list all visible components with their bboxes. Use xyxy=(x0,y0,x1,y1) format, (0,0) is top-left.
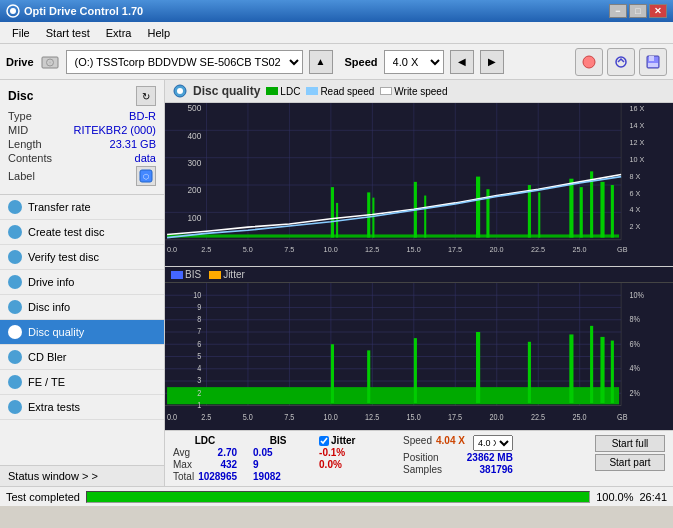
nav-fe-te[interactable]: FE / TE xyxy=(0,370,164,395)
svg-rect-9 xyxy=(648,63,658,67)
svg-point-4 xyxy=(49,61,51,63)
svg-text:8: 8 xyxy=(197,315,202,325)
drive-select[interactable]: (O:) TSSTcorp BDDVDW SE-506CB TS02 xyxy=(66,50,303,74)
app-icon xyxy=(6,4,20,18)
drive-eject-button[interactable]: ▲ xyxy=(309,50,333,74)
status-window-button[interactable]: Status window > > xyxy=(0,465,164,486)
svg-rect-99 xyxy=(528,342,531,403)
svg-text:0.0: 0.0 xyxy=(167,413,178,423)
svg-text:8 X: 8 X xyxy=(629,172,640,181)
svg-rect-32 xyxy=(331,187,334,237)
svg-text:12.5: 12.5 xyxy=(365,245,379,254)
svg-text:12 X: 12 X xyxy=(629,138,644,147)
nav-cd-bler[interactable]: CD Bler xyxy=(0,345,164,370)
samples-label: Samples xyxy=(403,464,442,475)
svg-rect-45 xyxy=(600,182,604,238)
bis-total: 19082 xyxy=(253,471,281,482)
nav-label-cd-bler: CD Bler xyxy=(28,351,67,363)
speed-up-button[interactable]: ▶ xyxy=(480,50,504,74)
speed-select[interactable]: 4.0 X xyxy=(384,50,444,74)
svg-text:100: 100 xyxy=(187,213,201,223)
svg-rect-102 xyxy=(600,337,604,403)
svg-text:10%: 10% xyxy=(629,290,644,300)
favorites-button[interactable] xyxy=(575,48,603,76)
start-part-button[interactable]: Start part xyxy=(595,454,665,471)
maximize-button[interactable]: □ xyxy=(629,4,647,18)
title-bar: Opti Drive Control 1.70 − □ ✕ xyxy=(0,0,673,22)
nav-extra-tests[interactable]: Extra tests xyxy=(0,395,164,420)
status-window-label: Status window > > xyxy=(8,470,98,482)
svg-text:15.0: 15.0 xyxy=(407,245,421,254)
nav-create-test-disc[interactable]: Create test disc xyxy=(0,220,164,245)
speed-stat-select[interactable]: 4.0 X xyxy=(473,435,513,451)
nav-label-create-test: Create test disc xyxy=(28,226,104,238)
chart-title: Disc quality xyxy=(193,84,260,98)
svg-rect-46 xyxy=(611,185,614,238)
nav-label-transfer-rate: Transfer rate xyxy=(28,201,91,213)
legend-write-speed-color xyxy=(380,87,392,95)
svg-text:GB: GB xyxy=(617,413,627,423)
nav-icon-transfer-rate xyxy=(8,200,22,214)
nav-label-drive-info: Drive info xyxy=(28,276,74,288)
svg-rect-37 xyxy=(424,196,426,238)
nav-icon-verify-test xyxy=(8,250,22,264)
nav-verify-test-disc[interactable]: Verify test disc xyxy=(0,245,164,270)
svg-rect-41 xyxy=(538,192,540,237)
test-completed-label: Test completed xyxy=(6,491,80,503)
position-value: 23862 MB xyxy=(467,452,513,463)
close-button[interactable]: ✕ xyxy=(649,4,667,18)
start-full-button[interactable]: Start full xyxy=(595,435,665,452)
label-icon-button[interactable]: ⬡ xyxy=(136,166,156,186)
svg-text:7.5: 7.5 xyxy=(284,245,294,254)
svg-rect-38 xyxy=(476,177,480,238)
svg-rect-14 xyxy=(165,103,673,266)
speed-down-button[interactable]: ◀ xyxy=(450,50,474,74)
svg-text:22.5: 22.5 xyxy=(531,245,545,254)
svg-text:7: 7 xyxy=(197,327,202,337)
jitter-checkbox[interactable] xyxy=(319,436,329,446)
svg-text:300: 300 xyxy=(187,158,201,168)
nav-disc-quality[interactable]: Disc quality xyxy=(0,320,164,345)
minimize-button[interactable]: − xyxy=(609,4,627,18)
nav-icon-drive-info xyxy=(8,275,22,289)
type-value: BD-R xyxy=(129,110,156,122)
svg-rect-42 xyxy=(569,179,573,238)
nav-icon-cd-bler xyxy=(8,350,22,364)
svg-rect-35 xyxy=(372,198,374,238)
svg-text:15.0: 15.0 xyxy=(407,413,422,423)
contents-value: data xyxy=(135,152,156,164)
save-button[interactable] xyxy=(639,48,667,76)
nav-drive-info[interactable]: Drive info xyxy=(0,270,164,295)
svg-text:10.0: 10.0 xyxy=(324,413,339,423)
menu-help[interactable]: Help xyxy=(139,25,178,41)
svg-rect-100 xyxy=(569,334,573,403)
menu-extra[interactable]: Extra xyxy=(98,25,140,41)
legend-ldc-color xyxy=(266,87,278,95)
action-button2[interactable] xyxy=(607,48,635,76)
ldc-stats-col: LDC Avg 2.70 Max 432 Total 1028965 xyxy=(173,435,237,482)
length-label: Length xyxy=(8,138,42,150)
nav-label-disc-quality: Disc quality xyxy=(28,326,84,338)
svg-text:25.0: 25.0 xyxy=(572,245,586,254)
svg-text:10.0: 10.0 xyxy=(324,245,338,254)
mid-value: RITEKBR2 (000) xyxy=(73,124,156,136)
progress-bar-container xyxy=(86,491,590,503)
disc-section: Disc ↻ Type BD-R MID RITEKBR2 (000) Leng… xyxy=(0,80,164,195)
ldc-total: 1028965 xyxy=(198,471,237,482)
menu-file[interactable]: File xyxy=(4,25,38,41)
menu-start-test[interactable]: Start test xyxy=(38,25,98,41)
svg-text:12.5: 12.5 xyxy=(365,413,380,423)
disc-refresh-button[interactable]: ↻ xyxy=(136,86,156,106)
svg-point-13 xyxy=(177,88,183,94)
length-value: 23.31 GB xyxy=(110,138,156,150)
nav-transfer-rate[interactable]: Transfer rate xyxy=(0,195,164,220)
legend-jitter-color xyxy=(209,271,221,279)
svg-rect-43 xyxy=(580,187,583,237)
nav-disc-info[interactable]: Disc info xyxy=(0,295,164,320)
svg-rect-8 xyxy=(649,56,654,61)
svg-text:4%: 4% xyxy=(629,364,639,374)
jitter-max: 0.0% xyxy=(319,459,342,470)
svg-text:7.5: 7.5 xyxy=(284,413,295,423)
svg-rect-97 xyxy=(414,338,417,403)
legend-write-speed-label: Write speed xyxy=(394,86,447,97)
